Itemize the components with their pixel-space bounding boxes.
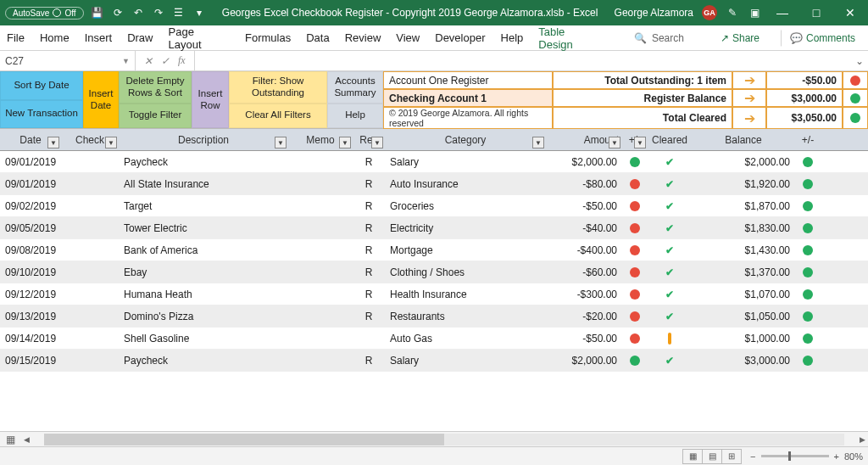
table-row[interactable]: 09/14/2019Shell GasolineAuto Gas-$50.00$… [0, 328, 868, 350]
sheet-icon[interactable]: ▦ [0, 434, 20, 445]
table-row[interactable]: 09/10/2019EbayRClothing / Shoes-$60.00✔$… [0, 261, 868, 283]
formula-input[interactable] [195, 51, 851, 70]
zoom-out-button[interactable]: − [750, 451, 755, 462]
cell-date[interactable]: 09/08/2019 [0, 244, 61, 256]
col-rec[interactable]: Rec▼ [353, 129, 385, 150]
cell-plusminus[interactable] [622, 245, 648, 255]
enter-formula-icon[interactable]: ✓ [161, 55, 170, 67]
cell-date[interactable]: 09/01/2019 [0, 178, 61, 190]
filter-dropdown-icon[interactable]: ▼ [634, 137, 646, 148]
cell-balance[interactable]: $1,430.00 [692, 244, 795, 256]
table-row[interactable]: 09/01/2019All State InsuranceRAuto Insur… [0, 173, 868, 195]
maximize-button[interactable]: □ [804, 6, 829, 20]
table-row[interactable]: 09/12/2019Humana HeathRHealth Insurance-… [0, 283, 868, 305]
zoom-value[interactable]: 80% [844, 451, 863, 462]
new-transaction-button[interactable]: New Transaction [0, 100, 83, 129]
expand-formula-bar-icon[interactable]: ⌄ [851, 51, 868, 70]
avatar[interactable]: GA [702, 5, 717, 20]
cell-rec[interactable]: R [353, 244, 385, 256]
cell-plusminus[interactable] [622, 223, 648, 233]
cell-date[interactable]: 09/02/2019 [0, 200, 61, 212]
cell-amount[interactable]: -$40.00 [546, 222, 622, 234]
cell-date[interactable]: 09/14/2019 [0, 333, 61, 345]
tab-table-design[interactable]: Table Design [538, 25, 602, 51]
cell-rec[interactable]: R [353, 156, 385, 168]
tab-view[interactable]: View [396, 31, 420, 44]
cell-balance[interactable]: $1,830.00 [692, 222, 795, 234]
cell-category[interactable]: Salary [385, 156, 546, 168]
minimize-button[interactable]: — [770, 6, 795, 20]
cell-amount[interactable]: $2,000.00 [546, 355, 622, 367]
clear-all-filters-button[interactable]: Clear All Filters [229, 104, 327, 128]
qat-dropdown-icon[interactable]: ▾ [192, 6, 206, 20]
cell-balance[interactable]: $1,370.00 [692, 266, 795, 278]
cell-balance[interactable]: $3,000.00 [692, 355, 795, 367]
table-row[interactable]: 09/05/2019Tower ElectricRElectricity-$40… [0, 217, 868, 239]
col-memo[interactable]: Memo▼ [288, 129, 353, 150]
cell-cleared[interactable]: ✔ [648, 266, 692, 278]
cell-amount[interactable]: -$400.00 [546, 244, 622, 256]
cell-category[interactable]: Auto Insurance [385, 178, 546, 190]
cell-balance[interactable]: $1,050.00 [692, 311, 795, 322]
insert-date-button[interactable]: Insert Date [83, 71, 119, 128]
cell-date[interactable]: 09/13/2019 [0, 311, 61, 322]
cell-plusminus2[interactable] [795, 157, 821, 167]
normal-view-button[interactable]: ▦ [682, 449, 703, 464]
col-plusminus2[interactable]: +/- [795, 129, 821, 150]
cell-rec[interactable]: R [353, 311, 385, 322]
tab-data[interactable]: Data [306, 31, 329, 44]
cell-category[interactable]: Auto Gas [385, 333, 546, 345]
table-row[interactable]: 09/08/2019Bank of AmericaRMortgage-$400.… [0, 239, 868, 261]
cell-cleared[interactable]: ✔ [648, 222, 692, 234]
filter-dropdown-icon[interactable]: ▼ [371, 137, 383, 148]
cell-category[interactable]: Clothing / Shoes [385, 266, 546, 278]
autosave-toggle[interactable]: AutoSave Off [5, 7, 84, 20]
tab-insert[interactable]: Insert [85, 31, 113, 44]
cell-amount[interactable]: -$50.00 [546, 200, 622, 212]
cell-description[interactable]: Tower Electric [119, 222, 288, 234]
cell-date[interactable]: 09/15/2019 [0, 355, 61, 367]
cell-rec[interactable]: R [353, 289, 385, 300]
cell-rec[interactable]: R [353, 266, 385, 278]
insert-row-button[interactable]: Insert Row [192, 71, 229, 128]
draw-mode-icon[interactable]: ✎ [726, 6, 739, 20]
share-button[interactable]: ↗ Share [715, 30, 765, 47]
user-name[interactable]: George Alzamora [615, 7, 693, 19]
cell-amount[interactable]: -$60.00 [546, 266, 622, 278]
cell-cleared[interactable]: ✔ [648, 311, 692, 322]
cell-date[interactable]: 09/01/2019 [0, 156, 61, 168]
cell-plusminus2[interactable] [795, 179, 821, 189]
cell-plusminus[interactable] [622, 267, 648, 277]
ribbon-display-icon[interactable]: ▣ [748, 6, 761, 20]
scroll-left-icon[interactable]: ◀ [20, 435, 32, 444]
cell-description[interactable]: Humana Heath [119, 289, 288, 300]
page-layout-view-button[interactable]: ▤ [702, 449, 722, 464]
help-button[interactable]: Help [327, 104, 383, 128]
cell-plusminus2[interactable] [795, 289, 821, 300]
cell-cleared[interactable] [648, 333, 692, 345]
cell-cleared[interactable]: ✔ [648, 289, 692, 300]
undo-icon[interactable]: ↶ [131, 6, 145, 20]
cell-cleared[interactable]: ✔ [648, 200, 692, 212]
close-button[interactable]: ✕ [837, 6, 863, 20]
cell-description[interactable]: Paycheck [119, 156, 288, 168]
tell-me-search[interactable]: 🔍 Search [634, 32, 684, 44]
col-description[interactable]: Description▼ [119, 129, 288, 150]
tab-formulas[interactable]: Formulas [245, 31, 291, 44]
cell-date[interactable]: 09/05/2019 [0, 222, 61, 234]
zoom-slider[interactable] [761, 455, 829, 457]
tab-page-layout[interactable]: Page Layout [169, 25, 231, 51]
filter-dropdown-icon[interactable]: ▼ [47, 137, 59, 148]
filter-dropdown-icon[interactable]: ▼ [532, 137, 544, 148]
cell-category[interactable]: Groceries [385, 200, 546, 212]
cell-cleared[interactable]: ✔ [648, 156, 692, 168]
cell-rec[interactable]: R [353, 178, 385, 190]
zoom-in-button[interactable]: + [834, 451, 839, 462]
cell-category[interactable]: Salary [385, 355, 546, 367]
name-box[interactable]: C27 ▼ [0, 51, 136, 70]
filter-dropdown-icon[interactable]: ▼ [105, 137, 117, 148]
table-row[interactable]: 09/15/2019PaycheckRSalary$2,000.00✔$3,00… [0, 350, 868, 372]
cell-balance[interactable]: $1,070.00 [692, 289, 795, 300]
col-cleared[interactable]: Cleared [648, 129, 692, 150]
cell-cleared[interactable]: ✔ [648, 178, 692, 190]
